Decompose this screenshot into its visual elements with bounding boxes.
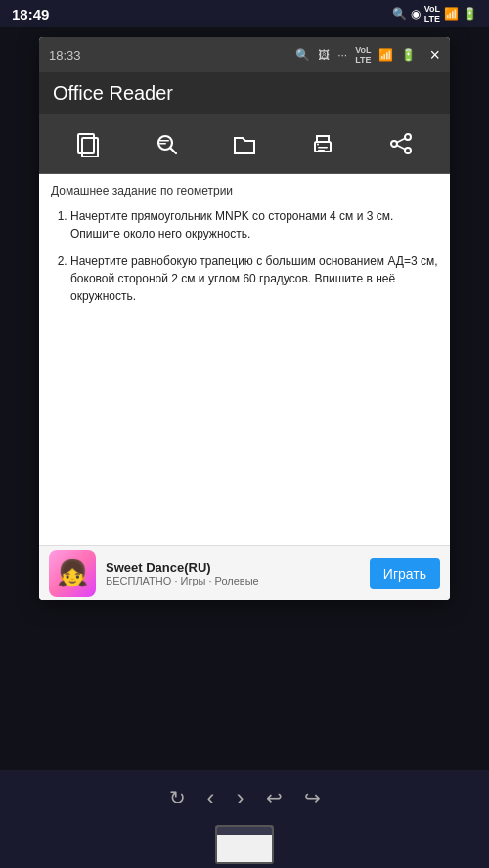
ad-subtitle: БЕСПЛАТНО · Игры · Ролевые [106,575,360,586]
topbar-wifi-icon: 📶 [378,48,393,62]
list-item: Начертите равнобокую трапецию с большим … [70,252,438,305]
modal-overlay: 18:33 🔍 🖼 ··· VoLLTE 📶 🔋 × Office Reader [0,27,489,770]
print-button[interactable] [301,122,344,165]
topbar-more-icon[interactable]: ··· [337,48,347,62]
back-button[interactable]: ‹ [207,784,215,811]
ad-play-button[interactable]: Играть [370,558,440,589]
bottom-controls: ↻ ‹ › ↩ ↪ [169,770,321,811]
ad-banner: 👧 Sweet Dance(RU) БЕСПЛАТНО · Игры · Рол… [39,545,450,600]
app-title: Office Reader [53,82,173,104]
app-titlebar: Office Reader [39,72,450,114]
open-document-button[interactable] [223,122,266,165]
topbar-image-icon[interactable]: 🖼 [318,48,330,62]
svg-rect-4 [159,140,169,142]
topbar-search-icon[interactable]: 🔍 [295,48,310,62]
svg-point-9 [317,144,319,146]
search-status-icon: 🔍 [392,7,407,21]
svg-rect-5 [159,143,166,145]
forward-button[interactable]: › [237,784,244,811]
svg-rect-8 [318,150,325,152]
svg-line-14 [397,146,405,150]
ad-info: Sweet Dance(RU) БЕСПЛАТНО · Игры · Ролев… [106,560,360,586]
ad-thumbnail: 👧 [49,550,96,597]
page-thumbnail [215,825,274,864]
status-bar: 18:49 🔍 ◉ VoLLTE 📶 🔋 [0,0,489,27]
topbar-signal-icon: VoLLTE [355,45,371,65]
svg-line-13 [397,139,405,143]
close-button[interactable]: × [429,45,440,65]
app-window: 18:33 🔍 🖼 ··· VoLLTE 📶 🔋 × Office Reader [39,37,450,600]
app-topbar-icons: 🔍 🖼 ··· VoLLTE 📶 🔋 × [295,45,440,65]
svg-line-3 [171,149,177,154]
document-area: Домашнее задание по геометрии Начертите … [39,174,450,545]
shazam-icon: ◉ [411,7,421,21]
status-time: 18:49 [12,6,49,22]
app-topbar: 18:33 🔍 🖼 ··· VoLLTE 📶 🔋 × [39,37,450,72]
topbar-battery-icon: 🔋 [401,48,416,62]
status-icons: 🔍 ◉ VoLLTE 📶 🔋 [392,4,477,23]
volte-icon: VoLLTE [424,4,440,23]
svg-point-11 [391,141,397,147]
refresh-button[interactable]: ↻ [169,786,186,809]
redo-button[interactable]: ↪ [304,786,321,809]
new-document-button[interactable] [67,122,110,165]
svg-rect-7 [318,147,328,149]
app-topbar-time: 18:33 [49,48,81,63]
svg-point-12 [405,148,411,153]
battery-icon: 🔋 [463,7,477,21]
document-title: Домашнее задание по геометрии [51,184,438,197]
undo-button[interactable]: ↩ [266,786,283,809]
app-toolbar [39,114,450,174]
document-list: Начертите прямоугольник MNPK со сторонам… [51,207,438,305]
search-document-button[interactable] [145,122,188,165]
ad-title: Sweet Dance(RU) [106,560,360,575]
bottom-nav: ↻ ‹ › ↩ ↪ [0,770,489,868]
svg-point-10 [405,134,411,140]
list-item: Начертите прямоугольник MNPK со сторонам… [70,207,438,242]
wifi-icon: 📶 [444,7,459,21]
share-button[interactable] [379,122,422,165]
